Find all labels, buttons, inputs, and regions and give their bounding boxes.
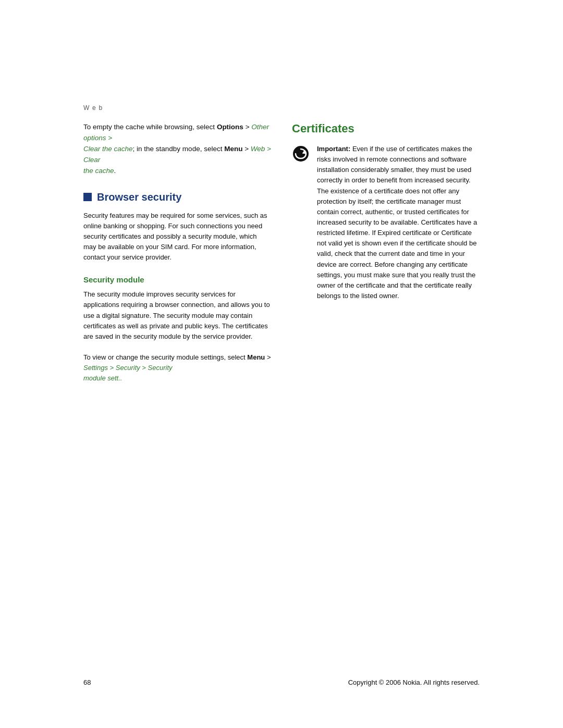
security-module-body1: The security module improves security se…: [83, 289, 271, 342]
browser-security-heading: Browser security: [83, 191, 271, 203]
arrow-text: >: [265, 353, 271, 361]
intro-text-mid3: >: [242, 145, 250, 153]
important-text: Important: Even if the use of certificat…: [317, 144, 480, 301]
blue-square-icon: [83, 193, 92, 201]
left-column: To empty the cache while browsing, selec…: [83, 122, 271, 394]
important-block: Important: Even if the use of certificat…: [292, 144, 480, 301]
intro-text-before: To empty the cache while browsing, selec…: [83, 123, 217, 131]
important-body: Even if the use of certificates makes th…: [317, 145, 477, 300]
section-label: W e b: [83, 104, 480, 112]
important-icon: [292, 145, 310, 163]
page: W e b To empty the cache while browsing,…: [0, 0, 563, 728]
security-module-body2: To view or change the security module se…: [83, 352, 271, 384]
footer: 68 Copyright © 2006 Nokia. All rights re…: [0, 678, 563, 686]
browser-security-title: Browser security: [97, 191, 181, 203]
content-area: W e b To empty the cache while browsing,…: [0, 0, 563, 436]
important-label: Important:: [317, 145, 350, 153]
browser-security-body: Security features may be required for so…: [83, 211, 271, 263]
settings-link: Settings > Security > Securitymodule set…: [83, 364, 173, 382]
intro-paragraph: To empty the cache while browsing, selec…: [83, 122, 271, 177]
right-column: Certificates Important: Even if the use …: [292, 122, 480, 301]
certificates-heading: Certificates: [292, 122, 480, 135]
menu-bold2: Menu: [247, 353, 265, 361]
intro-text-mid2: ; in the standby mode, select: [133, 145, 225, 153]
intro-text-mid1: >: [243, 123, 251, 131]
page-number: 68: [83, 678, 91, 686]
security-module-heading: Security module: [83, 275, 271, 284]
copyright: Copyright © 2006 Nokia. All rights reser…: [348, 678, 480, 686]
options-bold: Options: [217, 123, 243, 131]
intro-text-end: .: [114, 167, 116, 175]
two-column-layout: To empty the cache while browsing, selec…: [83, 122, 480, 394]
menu-bold: Menu: [224, 145, 242, 153]
view-change-text: To view or change the security module se…: [83, 353, 247, 361]
